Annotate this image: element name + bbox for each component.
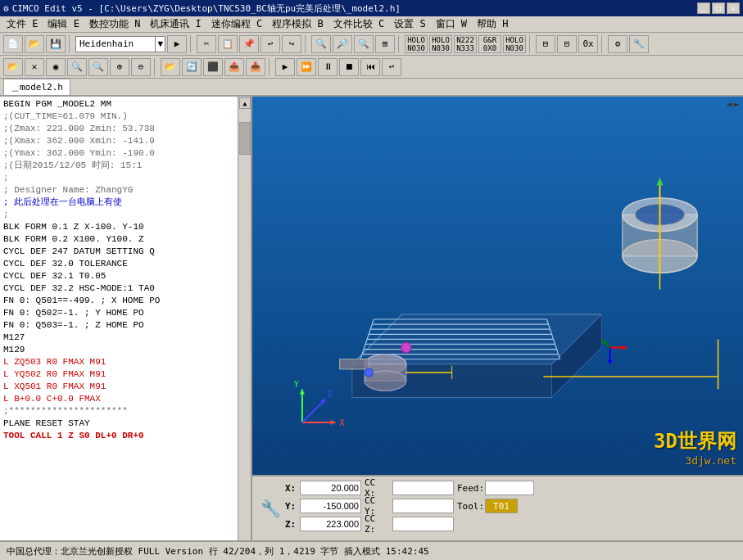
tools-btn[interactable]: 🔧 (629, 35, 649, 53)
menu-help[interactable]: 帮助 H (472, 16, 513, 33)
minimize-button[interactable]: _ (697, 2, 710, 14)
new-button[interactable]: 📄 (3, 35, 23, 53)
t2-btn13[interactable]: ▶ (275, 58, 295, 76)
t2-btn3[interactable]: ◉ (46, 58, 66, 76)
t2-btn10[interactable]: ⬛ (203, 58, 223, 76)
svg-marker-46 (623, 345, 627, 350)
t2-btn14[interactable]: ⏩ (297, 58, 316, 76)
sep4 (398, 35, 401, 53)
open-button[interactable]: 📂 (25, 35, 44, 53)
viewport-3d[interactable]: ◄ ► X Y Z (252, 97, 743, 540)
code-line-11: BLK FORM 0.1 Z X-100. Y-10 (3, 221, 247, 233)
redo-button[interactable]: ↪ (282, 35, 301, 53)
t2-btn17[interactable]: ⏮ (360, 58, 380, 76)
config-btn[interactable]: ⚙ (608, 35, 627, 53)
t2-btn2[interactable]: ✕ (25, 58, 44, 76)
machine-dropdown-value: Heidenhain (76, 38, 155, 49)
3d-model: X Y Z (252, 97, 743, 540)
code-line-2: ;(CUT_TIME=61.079 MIN.) (3, 111, 247, 123)
save-button[interactable]: 💾 (46, 35, 66, 53)
ccz-input[interactable] (392, 517, 454, 531)
menu-mini[interactable]: 迷你编程 C (206, 16, 267, 33)
y-coord-row: Y: CC Y: Tool: T01 (285, 498, 534, 514)
zoom-in-button[interactable]: 🔎 (333, 35, 352, 53)
code-editor: BEGIN PGM _MODEL2 MM ;(CUT_TIME=61.079 M… (0, 97, 252, 540)
code-line-28: TOOL CALL 1 Z S0 DL+0 DR+0 (3, 430, 247, 442)
t2-btn15[interactable]: ⏸ (318, 58, 338, 76)
menu-nc[interactable]: 数控功能 N (84, 16, 145, 33)
nc-btn1[interactable]: HOLON030 (405, 35, 428, 53)
menu-machine[interactable]: 机床通讯 I (145, 16, 206, 33)
nc-btn5[interactable]: HOLON030 (503, 35, 526, 53)
code-line-8: ; Designer Name: ZhangYG (3, 184, 247, 196)
code-line-23: L YQ502 R0 FMAX M91 (3, 368, 247, 381)
menu-settings[interactable]: 设置 S (389, 16, 430, 33)
t2-btn18[interactable]: ↩ (382, 58, 401, 76)
copy-icon: 📋 (222, 38, 233, 49)
t2-btn5[interactable]: 🔍 (88, 58, 108, 76)
format-btn3[interactable]: 0x (578, 35, 598, 53)
maximize-button[interactable]: □ (712, 2, 725, 14)
zoom-out-button[interactable]: 🔍 (354, 35, 374, 53)
t2-btn8[interactable]: 📂 (161, 58, 180, 76)
menu-sim[interactable]: 程序模拟 B (267, 16, 328, 33)
t2-btn7[interactable]: ⊖ (131, 58, 151, 76)
t2-btn4[interactable]: 🔍 (67, 58, 87, 76)
menu-edit[interactable]: 编辑 E (43, 16, 84, 33)
t2-icon3: ◉ (53, 61, 59, 72)
menu-compare[interactable]: 文件比较 C (328, 16, 389, 33)
sep3 (305, 35, 308, 53)
format-btn1[interactable]: ⊟ (536, 35, 555, 53)
scrollbar-thumb[interactable] (239, 122, 251, 155)
svg-line-4 (302, 399, 325, 422)
scroll-up-button[interactable]: ▲ (239, 97, 251, 109)
title-bar: ⚙ CIMCO Edit v5 - [C:\Users\ZYG\Desktop\… (0, 0, 743, 16)
format2-icon: ⊟ (564, 38, 570, 49)
code-line-22: L ZQ503 R0 FMAX M91 (3, 356, 247, 368)
code-line-21: M129 (3, 344, 247, 356)
find-button[interactable]: 🔍 (311, 35, 331, 53)
feed-input[interactable] (485, 481, 534, 495)
x-input[interactable] (300, 481, 361, 495)
nc-btn4[interactable]: G&R0X0 (478, 35, 501, 53)
paste-icon: 📌 (243, 38, 255, 49)
t2-icon13: ▶ (283, 61, 288, 72)
y-input[interactable] (300, 499, 361, 513)
cut-button[interactable]: ✂ (197, 35, 216, 53)
t2-icon6: ⊕ (117, 61, 123, 72)
machine-dropdown[interactable]: Heidenhain ▼ (75, 36, 165, 52)
t2-btn16[interactable]: ⏹ (339, 58, 359, 76)
copy-button[interactable]: 📋 (218, 35, 238, 53)
code-line-7: ; (3, 172, 247, 184)
t2-icon18: ↩ (389, 61, 395, 72)
t2-btn6[interactable]: ⊕ (110, 58, 129, 76)
nc-btn2[interactable]: HOLON030 (429, 35, 452, 53)
menu-window[interactable]: 窗口 W (431, 16, 472, 33)
t2-btn12[interactable]: 📥 (246, 58, 265, 76)
ccx-input[interactable] (392, 481, 454, 495)
svg-rect-38 (340, 359, 369, 369)
menu-file[interactable]: 文件 E (2, 16, 43, 33)
paste-button[interactable]: 📌 (239, 35, 259, 53)
undo-button[interactable]: ↩ (261, 35, 280, 53)
code-line-13: CYCL DEF 247 DATUM SETTING Q (3, 246, 247, 258)
tab-model2[interactable]: ＿model2.h (3, 79, 70, 95)
nc-btn3[interactable]: N222N333 (454, 35, 477, 53)
apply-button[interactable]: ▶ (167, 35, 187, 53)
code-line-19: FN 0: Q503=-1. ; Z HOME PO (3, 319, 247, 332)
code-scrollbar[interactable]: ▲ (238, 97, 251, 540)
feed-label: Feed: (457, 483, 482, 494)
t2-btn1[interactable]: 📂 (3, 58, 23, 76)
ccy-input[interactable] (392, 499, 454, 513)
svg-text:Y: Y (294, 380, 299, 389)
t2-btn11[interactable]: 📤 (224, 58, 244, 76)
code-content[interactable]: BEGIN PGM _MODEL2 MM ;(CUT_TIME=61.079 M… (0, 97, 251, 540)
z-input[interactable] (300, 517, 361, 531)
close-button[interactable]: ✕ (727, 2, 740, 14)
zoom-fit-button[interactable]: ⊞ (375, 35, 395, 53)
format-btn2[interactable]: ⊟ (557, 35, 577, 53)
t2-btn9[interactable]: 🔄 (182, 58, 202, 76)
svg-text:X: X (340, 418, 346, 427)
svg-line-23 (365, 339, 367, 344)
tab-bar: ＿model2.h (0, 79, 743, 97)
